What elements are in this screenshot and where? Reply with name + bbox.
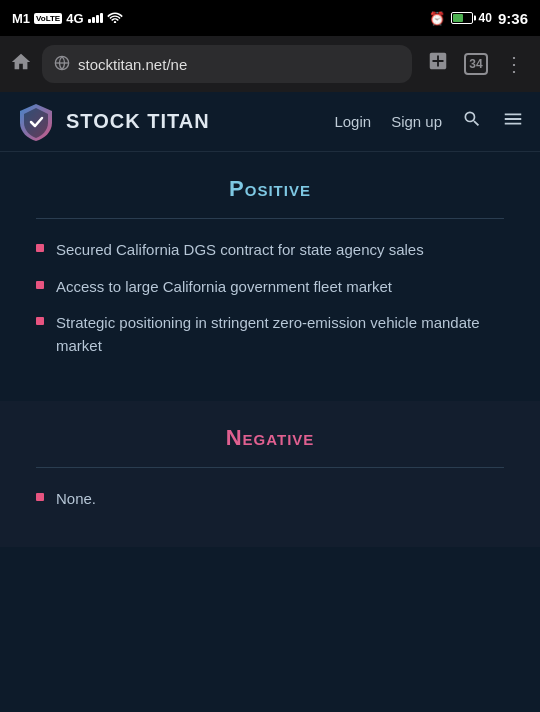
battery-icon <box>451 12 473 24</box>
url-text: stocktitan.net/ne <box>78 56 400 73</box>
bullet-marker <box>36 317 44 325</box>
logo-text: STOCK TITAN <box>66 110 210 133</box>
site-nav: STOCK TITAN Login Sign up <box>0 92 540 152</box>
positive-title: Positive <box>36 176 504 202</box>
positive-item-3: Strategic positioning in stringent zero-… <box>56 312 504 357</box>
negative-section: Negative None. <box>0 401 540 547</box>
positive-list: Secured California DGS contract for stat… <box>36 239 504 357</box>
nav-actions: Login Sign up <box>334 108 524 135</box>
battery-percent: 40 <box>479 11 492 25</box>
bullet-marker <box>36 281 44 289</box>
status-right: ⏰ 40 9:36 <box>429 10 528 27</box>
list-item: Access to large California government fl… <box>36 276 504 299</box>
time-display: 9:36 <box>498 10 528 27</box>
signal-bars <box>88 13 103 23</box>
list-item: None. <box>36 488 504 511</box>
negative-divider <box>36 467 504 468</box>
add-tab-button[interactable] <box>422 50 454 78</box>
carrier-label: M1 <box>12 11 30 26</box>
logo-icon <box>16 102 56 142</box>
url-bar[interactable]: stocktitan.net/ne <box>42 45 412 83</box>
bullet-marker <box>36 244 44 252</box>
list-item: Secured California DGS contract for stat… <box>36 239 504 262</box>
logo-container: STOCK TITAN <box>16 102 334 142</box>
main-content: Positive Secured California DGS contract… <box>0 152 540 547</box>
browser-chrome: stocktitan.net/ne 34 ⋮ <box>0 36 540 92</box>
more-menu-button[interactable]: ⋮ <box>498 52 530 76</box>
site-icon <box>54 55 70 74</box>
positive-divider <box>36 218 504 219</box>
positive-item-2: Access to large California government fl… <box>56 276 392 299</box>
status-bar: M1 VoLTE 4G ⏰ 40 9:36 <box>0 0 540 36</box>
signup-link[interactable]: Sign up <box>391 113 442 130</box>
menu-button[interactable] <box>502 108 524 135</box>
status-left: M1 VoLTE 4G <box>12 11 123 26</box>
network-type: 4G <box>66 11 83 26</box>
tabs-count-badge[interactable]: 34 <box>464 53 488 75</box>
home-icon[interactable] <box>10 51 32 78</box>
negative-list: None. <box>36 488 504 511</box>
positive-section: Positive Secured California DGS contract… <box>0 152 540 393</box>
positive-item-1: Secured California DGS contract for stat… <box>56 239 424 262</box>
volte-badge: VoLTE <box>34 13 62 24</box>
login-link[interactable]: Login <box>334 113 371 130</box>
list-item: Strategic positioning in stringent zero-… <box>36 312 504 357</box>
negative-title: Negative <box>36 425 504 451</box>
alarm-icon: ⏰ <box>429 11 445 26</box>
search-button[interactable] <box>462 109 482 134</box>
wifi-icon <box>107 11 123 26</box>
negative-item-1: None. <box>56 488 96 511</box>
bullet-marker <box>36 493 44 501</box>
